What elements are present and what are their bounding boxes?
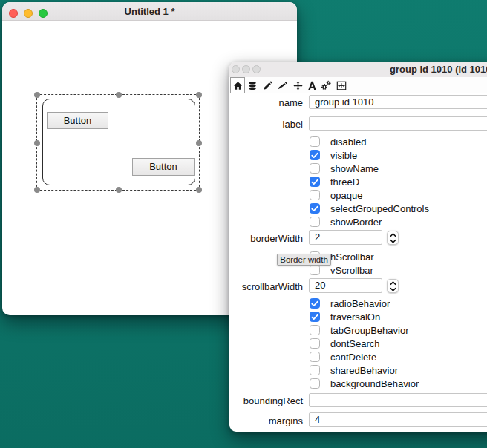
- traversalOn-checkbox[interactable]: [310, 312, 320, 322]
- selectGroupedControls-checkbox[interactable]: [310, 203, 320, 214]
- minimize-button-inactive[interactable]: [242, 65, 250, 73]
- checkbox-label: cantDelete: [330, 352, 376, 363]
- home-icon: [233, 81, 243, 90]
- name-input[interactable]: group id 1010: [309, 95, 487, 109]
- dontSearch-checkbox[interactable]: [310, 338, 320, 349]
- canvas-button-2[interactable]: Button: [132, 158, 195, 176]
- disabled-checkbox[interactable]: [310, 136, 320, 147]
- zoom-button-inactive[interactable]: [252, 65, 261, 73]
- tab-database[interactable]: [245, 77, 260, 93]
- showName-checkbox[interactable]: [310, 163, 320, 174]
- tab-home[interactable]: [230, 77, 245, 93]
- borderwidth-input[interactable]: 2: [309, 230, 382, 245]
- checkbox-row: showName: [229, 162, 487, 175]
- boundingrect-label: boundingRect: [229, 395, 303, 406]
- resize-handle-s[interactable]: [116, 187, 122, 193]
- backgroundBehavior-checkbox[interactable]: [310, 378, 320, 389]
- checkbox-label: showBorder: [330, 217, 382, 228]
- inspector-title: group id 1010 (id 1010: [390, 62, 487, 77]
- resize-handle-e[interactable]: [196, 140, 202, 146]
- resize-handle-ne[interactable]: [196, 92, 202, 98]
- resize-handle-sw[interactable]: [34, 187, 40, 193]
- vScrollbar-checkbox[interactable]: [310, 265, 320, 275]
- scrollbar-checkboxes: hScrollbarvScrollbar: [229, 250, 487, 277]
- radioBehavior-checkbox[interactable]: [310, 298, 320, 309]
- checkbox-label: showName: [330, 163, 379, 174]
- checkbox-row: sharedBehavior: [229, 363, 487, 377]
- check-icon: [311, 205, 318, 212]
- resize-handle-w[interactable]: [34, 140, 40, 146]
- pencil-icon: [263, 81, 272, 90]
- checkbox-label: hScrollbar: [330, 251, 374, 263]
- inspector-window: group id 1010 (id 1010: [229, 62, 487, 432]
- checkbox-row: disabled: [229, 135, 487, 148]
- checkbox-label: traversalOn: [330, 312, 380, 323]
- checkbox-row: backgroundBehavior: [229, 377, 487, 390]
- tab-font[interactable]: [304, 77, 319, 93]
- checkbox-label: visible: [330, 150, 357, 161]
- window-title: Untitled 1 *: [2, 2, 297, 21]
- resize-handle-nw[interactable]: [34, 92, 40, 98]
- checkbox-label: tabGroupBehavior: [330, 325, 409, 336]
- database-icon: [248, 81, 257, 90]
- checkbox-row: opaque: [229, 188, 487, 202]
- checkbox-row: showBorder: [229, 215, 487, 228]
- tab-pencil[interactable]: [260, 77, 275, 93]
- resize-handle-se[interactable]: [196, 187, 202, 193]
- label-label: label: [229, 119, 303, 130]
- check-icon: [311, 314, 318, 320]
- checkbox-row: dontSearch: [229, 337, 487, 350]
- check-icon: [311, 152, 318, 159]
- checkbox-row: visible: [229, 148, 487, 162]
- tooltip: Border width: [277, 254, 331, 266]
- tab-pen[interactable]: [275, 77, 290, 93]
- threeD-checkbox[interactable]: [310, 177, 320, 187]
- checkbox-label: disabled: [330, 136, 366, 148]
- checkbox-label: dontSearch: [330, 338, 380, 349]
- tab-gears[interactable]: [318, 77, 333, 93]
- checkbox-label: opaque: [330, 190, 362, 201]
- checkbox-row: hScrollbar: [229, 250, 487, 263]
- checkbox-row: traversalOn: [229, 310, 487, 323]
- gears-icon: [321, 80, 331, 90]
- sharedBehavior-checkbox[interactable]: [310, 365, 320, 375]
- boundingrect-input[interactable]: [309, 393, 487, 407]
- visible-checkbox[interactable]: [310, 150, 320, 160]
- borderwidth-label: borderWidth: [229, 233, 303, 244]
- scrollbarwidth-input[interactable]: 20: [309, 278, 382, 293]
- checkbox-group-1: disabledvisibleshowNamethreeDopaqueselec…: [229, 135, 487, 228]
- tab-move[interactable]: [290, 77, 305, 93]
- resize-handle-n[interactable]: [116, 92, 122, 98]
- showBorder-checkbox[interactable]: [310, 217, 320, 227]
- checkbox-label: threeD: [330, 177, 359, 188]
- label-input[interactable]: [309, 116, 487, 131]
- inspector-toolbar: [229, 77, 487, 93]
- checkbox-row: radioBehavior: [229, 297, 487, 310]
- check-icon: [311, 179, 318, 185]
- cantDelete-checkbox[interactable]: [310, 352, 320, 362]
- borderwidth-stepper[interactable]: [387, 231, 399, 245]
- opaque-checkbox[interactable]: [310, 190, 320, 200]
- checkbox-row: cantDelete: [229, 350, 487, 363]
- check-icon: [311, 300, 318, 307]
- inspector-titlebar[interactable]: group id 1010 (id 1010: [229, 62, 487, 77]
- canvas-button-1[interactable]: Button: [47, 112, 108, 129]
- close-button-inactive[interactable]: [232, 65, 240, 73]
- stepper-up-icon: [390, 281, 396, 286]
- font-icon: [307, 81, 317, 90]
- frame-icon: [336, 81, 347, 90]
- document-titlebar[interactable]: Untitled 1 *: [2, 2, 297, 21]
- checkbox-group-2: radioBehaviortraversalOntabGroupBehavior…: [229, 297, 487, 390]
- name-label: name: [229, 97, 303, 108]
- checkbox-row: vScrollbar: [229, 263, 487, 277]
- tab-frame[interactable]: [334, 77, 349, 93]
- scrollbarwidth-stepper[interactable]: [387, 279, 399, 293]
- margins-label: margins: [229, 415, 303, 426]
- checkbox-label: backgroundBehavior: [330, 378, 419, 389]
- checkbox-label: radioBehavior: [330, 298, 390, 309]
- scrollbarwidth-label: scrollbarWidth: [229, 281, 303, 292]
- checkbox-label: vScrollbar: [330, 265, 373, 276]
- stepper-up-icon: [390, 233, 396, 237]
- tabGroupBehavior-checkbox[interactable]: [310, 325, 320, 335]
- margins-input[interactable]: 4: [309, 412, 487, 427]
